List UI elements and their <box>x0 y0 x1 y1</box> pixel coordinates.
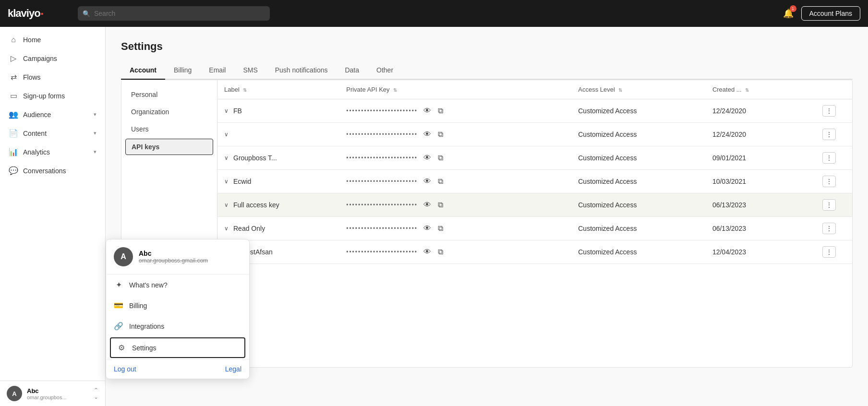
sidebar-item-home[interactable]: ⌂ Home <box>0 31 105 49</box>
col-private-key[interactable]: Private API Key ⇅ <box>339 80 571 99</box>
settings-menu-organization[interactable]: Organization <box>121 103 217 120</box>
sidebar-item-conversations[interactable]: 💬 Conversations <box>0 161 105 180</box>
dropdown-username: Abc <box>139 250 208 257</box>
settings-menu-personal[interactable]: Personal <box>121 86 217 103</box>
cell-created: 06/13/2023 <box>706 193 816 217</box>
more-options-button[interactable]: ⋮ <box>822 176 836 187</box>
label-text: FB <box>233 107 242 115</box>
cell-access-level: Customized Access <box>571 170 706 193</box>
copy-icon[interactable]: ⧉ <box>437 106 444 116</box>
eye-icon[interactable]: 👁 <box>422 176 432 187</box>
dropdown-item-settings[interactable]: ⚙ Settings <box>110 337 245 358</box>
row-chevron-icon[interactable]: ∨ <box>224 178 229 185</box>
cell-created: 12/24/2020 <box>706 123 816 146</box>
logout-link[interactable]: Log out <box>114 365 136 373</box>
settings-menu-users[interactable]: Users <box>121 120 217 138</box>
sort-access-icon: ⇅ <box>618 87 622 93</box>
key-dots: •••••••••••••••••••••••• <box>346 225 418 232</box>
copy-icon[interactable]: ⧉ <box>437 153 444 163</box>
eye-icon[interactable]: 👁 <box>422 106 432 116</box>
row-chevron-icon[interactable]: ∨ <box>224 131 229 138</box>
table-row: ∨ •••••••••••••••••••••••• 👁 ⧉ Customize… <box>217 123 852 146</box>
legal-link[interactable]: Legal <box>225 365 241 373</box>
analytics-icon: 📊 <box>9 147 18 156</box>
key-dots: •••••••••••••••••••••••• <box>346 131 418 138</box>
eye-icon[interactable]: 👁 <box>422 200 432 210</box>
sidebar-item-content[interactable]: 📄 Content ▾ <box>0 124 105 143</box>
cell-created: 12/24/2020 <box>706 99 816 123</box>
eye-icon[interactable]: 👁 <box>422 223 432 234</box>
search-wrapper: 🔍 <box>78 6 270 21</box>
sidebar-item-analytics[interactable]: 📊 Analytics ▾ <box>0 143 105 161</box>
content-chevron-icon: ▾ <box>94 130 96 136</box>
tab-push[interactable]: Push notifications <box>266 61 337 80</box>
notification-button[interactable]: 🔔 1 <box>781 6 796 21</box>
more-options-button[interactable]: ⋮ <box>822 129 836 140</box>
cell-key: •••••••••••••••••••••••• 👁 ⧉ <box>339 146 571 170</box>
signup-forms-icon: ▭ <box>9 91 18 100</box>
sidebar-item-signup-forms[interactable]: ▭ Sign-up forms <box>0 86 105 105</box>
cell-access-level: Customized Access <box>571 193 706 217</box>
row-chevron-icon[interactable]: ∨ <box>224 202 229 208</box>
copy-icon[interactable]: ⧉ <box>437 176 444 187</box>
more-options-button[interactable]: ⋮ <box>822 199 836 211</box>
whats-new-icon: ✦ <box>114 280 123 289</box>
more-options-button[interactable]: ⋮ <box>822 105 836 117</box>
more-options-button[interactable]: ⋮ <box>822 152 836 164</box>
label-text: Full access key <box>233 201 279 209</box>
cell-label: ∨ Ecwid <box>217 170 339 193</box>
col-created[interactable]: Created ... ⇅ <box>706 80 816 99</box>
campaigns-icon: ▷ <box>9 54 18 63</box>
sidebar-item-flows[interactable]: ⇄ Flows <box>0 68 105 86</box>
eye-icon[interactable]: 👁 <box>422 153 432 163</box>
tab-sms[interactable]: SMS <box>234 61 266 80</box>
user-email: omar.groupbos... <box>27 394 89 400</box>
copy-icon[interactable]: ⧉ <box>437 200 444 210</box>
sidebar-user[interactable]: A Abc omar.groupbos... ⌃⌄ <box>0 381 105 406</box>
row-chevron-icon[interactable]: ∨ <box>224 107 229 114</box>
sort-key-icon: ⇅ <box>393 87 397 93</box>
settings-menu-api-keys[interactable]: API keys <box>125 139 213 155</box>
more-options-button[interactable]: ⋮ <box>822 223 836 234</box>
row-chevron-icon[interactable]: ∨ <box>224 155 229 161</box>
sidebar-item-campaigns[interactable]: ▷ Campaigns <box>0 49 105 68</box>
row-chevron-icon[interactable]: ∨ <box>224 225 229 232</box>
tab-other[interactable]: Other <box>368 61 402 80</box>
dropdown-item-billing[interactable]: 💳 Billing <box>106 295 249 316</box>
key-dots: •••••••••••••••••••••••• <box>346 155 418 161</box>
dropdown-footer: Log out Legal <box>106 359 249 379</box>
tab-account[interactable]: Account <box>121 61 165 80</box>
eye-icon[interactable]: 👁 <box>422 129 432 140</box>
table-row: ∨ FB •••••••••••••••••••••••• 👁 ⧉ Custom… <box>217 99 852 123</box>
sidebar: ⌂ Home ▷ Campaigns ⇄ Flows ▭ Sign-up for… <box>0 27 106 406</box>
cell-label: ∨ FB <box>217 99 339 123</box>
cell-access-level: Customized Access <box>571 217 706 240</box>
dropdown-item-whats-new[interactable]: ✦ What's new? <box>106 275 249 295</box>
search-input[interactable] <box>78 6 270 21</box>
more-options-button[interactable]: ⋮ <box>822 246 836 258</box>
table-row: ∨ Groupboss T... •••••••••••••••••••••••… <box>217 146 852 170</box>
dropdown-item-integrations[interactable]: 🔗 Integrations <box>106 316 249 336</box>
cell-label: ∨ <box>217 123 339 146</box>
copy-icon[interactable]: ⧉ <box>437 223 444 234</box>
tab-billing[interactable]: Billing <box>165 61 200 80</box>
copy-icon[interactable]: ⧉ <box>437 247 444 257</box>
cell-created: 06/13/2023 <box>706 217 816 240</box>
col-access-level[interactable]: Access Level ⇅ <box>571 80 706 99</box>
copy-icon[interactable]: ⧉ <box>437 129 444 140</box>
tab-data[interactable]: Data <box>336 61 368 80</box>
key-dots: •••••••••••••••••••••••• <box>346 107 418 114</box>
account-plans-button[interactable]: Account Plans <box>801 6 861 21</box>
tab-email[interactable]: Email <box>200 61 234 80</box>
table-body: ∨ FB •••••••••••••••••••••••• 👁 ⧉ Custom… <box>217 99 852 264</box>
eye-icon[interactable]: 👁 <box>422 247 432 257</box>
avatar: A <box>7 386 22 401</box>
sidebar-item-audience[interactable]: 👥 Audience ▾ <box>0 105 105 124</box>
sort-label-icon: ⇅ <box>243 87 247 93</box>
col-label[interactable]: Label ⇅ <box>217 80 339 99</box>
sort-created-icon: ⇅ <box>745 87 749 93</box>
audience-icon: 👥 <box>9 110 18 119</box>
cell-key: •••••••••••••••••••••••• 👁 ⧉ <box>339 217 571 240</box>
table-row: ∨ Read Only •••••••••••••••••••••••• 👁 ⧉… <box>217 217 852 240</box>
cell-key: •••••••••••••••••••••••• 👁 ⧉ <box>339 170 571 193</box>
